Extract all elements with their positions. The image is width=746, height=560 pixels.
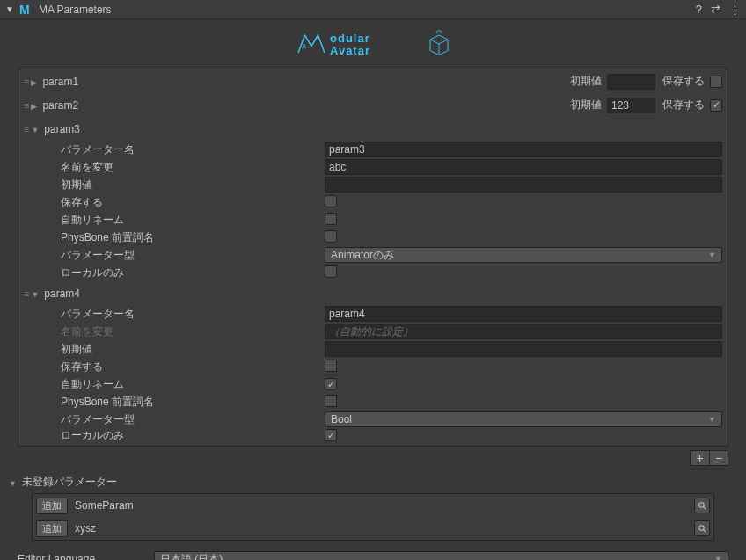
detail-row: 初期値	[18, 340, 728, 358]
language-value: 日本語 (日本)	[160, 552, 223, 561]
param-name-input[interactable]	[325, 306, 722, 322]
save-checkbox[interactable]	[710, 99, 722, 112]
foldout-icon[interactable]	[31, 99, 42, 112]
rename-input[interactable]	[325, 159, 722, 175]
type-value: Bool	[331, 413, 352, 425]
save-checkbox[interactable]	[710, 76, 722, 88]
detail-row: ローカルのみ	[18, 428, 728, 446]
remove-param-button[interactable]: −	[709, 450, 728, 466]
default-input[interactable]	[325, 341, 722, 357]
language-label: Editor Language	[18, 553, 154, 560]
type-value: Animatorのみ	[331, 248, 394, 263]
add-unregistered-button[interactable]: 追加	[36, 520, 68, 537]
physbone-checkbox[interactable]	[325, 395, 337, 407]
component-foldout[interactable]: ▼	[5, 4, 14, 14]
auto-rename-checkbox[interactable]	[325, 213, 337, 225]
detail-row: 初期値	[18, 176, 728, 193]
search-button[interactable]	[694, 498, 710, 513]
add-param-button[interactable]: +	[690, 450, 709, 466]
drag-handle-icon[interactable]: ≡	[24, 288, 27, 299]
param-name-input[interactable]	[325, 142, 722, 157]
param-name-label: param4	[44, 287, 722, 300]
unregistered-title: 未登録パラメーター	[22, 475, 117, 490]
drag-handle-icon[interactable]: ≡	[24, 76, 27, 87]
unregistered-list: 追加 SomeParam 追加 xysz	[32, 493, 714, 541]
presets-icon[interactable]: ⇄	[711, 3, 720, 16]
auto-rename-field-label: 自動リネーム	[61, 213, 325, 228]
default-input[interactable]	[325, 177, 722, 193]
foldout-icon[interactable]	[31, 287, 44, 300]
type-select[interactable]: Bool ▼	[325, 411, 722, 427]
foldout-icon[interactable]	[31, 123, 44, 135]
detail-row: PhysBone 前置詞名	[18, 229, 728, 246]
drag-handle-icon[interactable]: ≡	[24, 124, 27, 135]
save-label: 保存する	[662, 98, 705, 113]
parameters-list: ≡ param1 初期値 保存する ≡ param2 初期値 保存する ≡ pa…	[18, 69, 728, 447]
detail-row: ローカルのみ	[18, 264, 728, 281]
logo-area: A odular Avatar	[0, 19, 746, 69]
param-name-field-label: パラメーター名	[61, 307, 325, 322]
help-icon[interactable]: ?	[696, 3, 702, 16]
menu-icon[interactable]: ⋮	[729, 3, 741, 16]
drag-handle-icon[interactable]: ≡	[24, 100, 27, 111]
save-field-label: 保存する	[61, 360, 325, 375]
save-field-label: 保存する	[61, 195, 325, 210]
param-row[interactable]: ≡ param4	[18, 281, 728, 305]
search-button[interactable]	[694, 520, 710, 536]
param-row[interactable]: ≡ param2 初期値 保存する	[18, 93, 728, 117]
unregistered-header[interactable]: 未登録パラメーター	[0, 473, 746, 491]
local-checkbox[interactable]	[325, 429, 337, 441]
language-row: Editor Language 日本語 (日本) ▼	[0, 548, 746, 560]
detail-row: パラメーター名	[18, 305, 728, 323]
detail-row: PhysBone 前置詞名	[18, 393, 728, 411]
default-label: 初期値	[570, 98, 602, 113]
component-icon: M	[18, 3, 32, 17]
svg-text:odular: odular	[330, 32, 370, 45]
inspector-header: ▼ M MA Parameters ? ⇄ ⋮	[0, 0, 746, 19]
auto-rename-checkbox[interactable]	[325, 378, 337, 390]
local-field-label: ローカルのみ	[61, 428, 325, 443]
save-label: 保存する	[662, 74, 705, 89]
language-select[interactable]: 日本語 (日本) ▼	[154, 551, 728, 560]
unregistered-name: SomeParam	[75, 499, 694, 512]
svg-text:Avatar: Avatar	[330, 44, 370, 57]
physbone-checkbox[interactable]	[325, 230, 337, 243]
param-row[interactable]: ≡ param3	[18, 117, 728, 141]
rename-input[interactable]	[325, 324, 722, 339]
detail-row: パラメーター型 Animatorのみ ▼	[18, 246, 728, 264]
default-value-input[interactable]	[607, 74, 655, 90]
unregistered-row: 追加 xysz	[33, 517, 713, 540]
local-field-label: ローカルのみ	[61, 265, 325, 280]
auto-rename-field-label: 自動リネーム	[61, 377, 325, 392]
detail-row: 名前を変更	[18, 323, 728, 340]
detail-row: 自動リネーム	[18, 211, 728, 229]
save-checkbox[interactable]	[325, 360, 337, 372]
type-field-label: パラメーター型	[61, 412, 325, 427]
default-field-label: 初期値	[61, 342, 325, 357]
chevron-down-icon: ▼	[708, 415, 716, 424]
component-title: MA Parameters	[39, 4, 696, 16]
svg-line-6	[703, 529, 706, 532]
rename-field-label: 名前を変更	[61, 160, 325, 175]
detail-row: パラメーター型 Bool ▼	[18, 411, 728, 428]
default-value-input[interactable]	[607, 98, 655, 113]
detail-row: 保存する	[18, 358, 728, 375]
rename-field-label: 名前を変更	[61, 324, 325, 339]
type-field-label: パラメーター型	[61, 248, 325, 263]
default-label: 初期値	[570, 74, 602, 89]
detail-row: 保存する	[18, 193, 728, 211]
svg-line-4	[703, 506, 706, 509]
search-icon	[698, 524, 707, 534]
add-unregistered-button[interactable]: 追加	[36, 498, 68, 514]
save-checkbox[interactable]	[325, 195, 337, 207]
physbone-field-label: PhysBone 前置詞名	[61, 395, 325, 410]
chevron-down-icon: ▼	[708, 251, 716, 259]
param-name-field-label: パラメーター名	[61, 142, 325, 157]
local-checkbox[interactable]	[325, 265, 337, 278]
type-select[interactable]: Animatorのみ ▼	[325, 247, 722, 263]
svg-text:A: A	[302, 43, 306, 49]
foldout-icon[interactable]	[31, 76, 42, 88]
svg-point-3	[698, 502, 704, 507]
param-row[interactable]: ≡ param1 初期値 保存する	[18, 69, 728, 93]
foldout-icon[interactable]	[9, 476, 22, 489]
